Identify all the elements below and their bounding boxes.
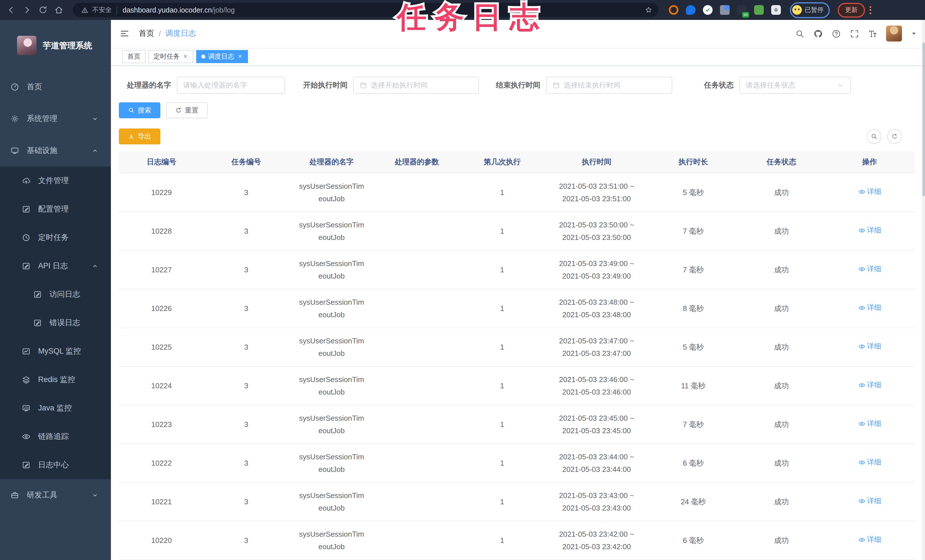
- blue-pin-extension-icon[interactable]: [686, 5, 696, 15]
- duration-cell: 24 毫秒: [648, 496, 739, 508]
- exec-time-cell: 2021-05-03 23:49:00 ~2021-05-03 23:49:00: [545, 257, 648, 282]
- edit-icon: [22, 205, 31, 214]
- detail-link[interactable]: 详细: [858, 534, 881, 545]
- detail-link[interactable]: 详细: [858, 302, 881, 313]
- tab-3[interactable]: 调度日志: [196, 50, 248, 63]
- sidebar-item-label: 首页: [27, 82, 42, 92]
- toggle-search-button[interactable]: [867, 129, 881, 144]
- log-id-cell: 10221: [119, 496, 204, 508]
- filter-input[interactable]: [183, 81, 279, 89]
- reload-icon[interactable]: [38, 5, 48, 15]
- detail-link[interactable]: 详细: [858, 456, 881, 468]
- filter-form: 处理器的名字开始执行时间结束执行时间任务状态: [119, 76, 918, 94]
- exec-time-cell: 2021-05-03 23:43:00 ~2021-05-03 23:43:00: [545, 489, 648, 514]
- sidebar-item-12[interactable]: Java 监控: [0, 394, 111, 422]
- table-tools: [867, 129, 902, 144]
- grid-extension-icon[interactable]: [720, 5, 730, 15]
- orange-ring-extension-icon[interactable]: [669, 5, 678, 15]
- forward-icon[interactable]: [22, 5, 32, 15]
- sidebar-item-2[interactable]: 系统管理: [0, 103, 111, 135]
- green-dot-extension-icon[interactable]: [754, 5, 764, 15]
- refresh-table-button[interactable]: [887, 129, 902, 144]
- window-scrollbar[interactable]: [922, 20, 925, 560]
- filter-input[interactable]: [563, 81, 666, 89]
- sidebar-item-6[interactable]: 定时任务: [0, 223, 111, 252]
- detail-link-label: 详细: [867, 186, 881, 197]
- detail-link[interactable]: 详细: [858, 224, 881, 236]
- breadcrumb-home[interactable]: 首页: [139, 29, 154, 39]
- sidebar-item-10[interactable]: MySQL 监控: [0, 337, 111, 366]
- detail-link[interactable]: 详细: [858, 418, 881, 429]
- close-icon[interactable]: [182, 54, 188, 59]
- bookmark-star-icon[interactable]: [644, 6, 653, 14]
- status-cell: 成功: [739, 496, 824, 508]
- sidebar-item-9[interactable]: 错误日志: [0, 309, 111, 337]
- export-button[interactable]: 导出: [119, 128, 160, 145]
- browser-update-button[interactable]: 更新: [838, 3, 865, 17]
- filter-input[interactable]: [371, 81, 473, 89]
- exec-index-cell: 1: [459, 534, 545, 546]
- fullscreen-icon[interactable]: [850, 29, 859, 39]
- detail-link[interactable]: 详细: [858, 340, 881, 352]
- handler-name-cell: sysUserSessionTimeoutJob: [288, 296, 375, 321]
- sidebar-item-7[interactable]: API 日志: [0, 252, 111, 280]
- detail-link-label: 详细: [867, 495, 881, 507]
- github-icon[interactable]: [813, 29, 823, 39]
- font-size-icon[interactable]: [868, 29, 878, 39]
- filter-group-2: 开始执行时间: [303, 77, 479, 94]
- home-icon[interactable]: [54, 5, 64, 15]
- sidebar-item-14[interactable]: 日志中心: [0, 451, 111, 479]
- sidebar-item-13[interactable]: 链路追踪: [0, 422, 111, 451]
- sidebar-item-5[interactable]: 配置管理: [0, 195, 111, 223]
- calendar-icon: [552, 81, 560, 89]
- log-id-cell: 10226: [119, 303, 204, 315]
- table-header-cell: 任务状态: [739, 156, 824, 168]
- close-icon[interactable]: [237, 54, 243, 59]
- handler-name-cell: sysUserSessionTimeoutJob: [288, 528, 375, 552]
- tab-2[interactable]: 定时任务: [148, 50, 193, 63]
- filter-date-control[interactable]: [546, 77, 672, 94]
- filter-text-control[interactable]: [177, 77, 285, 94]
- handler-name-cell: sysUserSessionTimeoutJob: [288, 412, 375, 437]
- avatar-caret-down-icon[interactable]: [910, 30, 917, 37]
- reset-button[interactable]: 重置: [166, 102, 208, 118]
- puzzle-extension-icon[interactable]: [771, 5, 781, 15]
- hamburger-icon[interactable]: [119, 29, 130, 39]
- filter-input[interactable]: [746, 81, 833, 89]
- on-badge-extension-icon[interactable]: [737, 5, 747, 15]
- sidebar-item-11[interactable]: Redis 监控: [0, 366, 111, 394]
- table-row-10228: 102283sysUserSessionTimeoutJob12021-05-0…: [119, 212, 915, 251]
- tab-1[interactable]: 首页: [122, 50, 146, 63]
- user-avatar[interactable]: [886, 26, 902, 42]
- sidebar-item-3[interactable]: 基础设施: [0, 135, 111, 167]
- handler-name-cell: sysUserSessionTimeoutJob: [288, 451, 375, 475]
- address-bar[interactable]: 不安全 dashboard.yudao.iocoder.cn /job/log: [73, 3, 658, 17]
- detail-link[interactable]: 详细: [858, 379, 881, 391]
- operation-cell: 详细: [824, 534, 915, 547]
- app-logo-row[interactable]: 芋道管理系统: [0, 20, 111, 71]
- filter-select-control[interactable]: [739, 77, 851, 94]
- search-icon[interactable]: [795, 29, 805, 39]
- sidebar-item-4[interactable]: 文件管理: [0, 167, 111, 195]
- detail-link[interactable]: 详细: [858, 495, 881, 507]
- eye-icon: [858, 497, 865, 504]
- detail-link[interactable]: 详细: [858, 263, 881, 275]
- scrollbar-thumb[interactable]: [922, 43, 925, 196]
- detail-link[interactable]: 详细: [858, 186, 881, 197]
- sidebar-item-8[interactable]: 访问日志: [0, 280, 111, 309]
- green-check-extension-icon[interactable]: [703, 5, 713, 15]
- help-icon[interactable]: [832, 29, 841, 39]
- filter-group-4: 任务状态: [704, 77, 851, 94]
- exec-index-cell: 1: [459, 341, 545, 353]
- sidebar-item-15[interactable]: 研发工具: [0, 479, 111, 511]
- sidebar-item-1[interactable]: 首页: [0, 71, 111, 103]
- back-icon[interactable]: [6, 5, 16, 15]
- profile-status-label: 已暂停: [805, 6, 824, 14]
- filter-date-control[interactable]: [353, 77, 479, 94]
- job-id-cell: 3: [204, 187, 288, 199]
- browser-profile-chip[interactable]: 已暂停: [790, 2, 830, 18]
- browser-menu-icon[interactable]: [869, 6, 872, 14]
- search-button[interactable]: 搜索: [119, 102, 160, 118]
- tab-label: 首页: [127, 52, 140, 61]
- url-path: /job/log: [212, 6, 235, 14]
